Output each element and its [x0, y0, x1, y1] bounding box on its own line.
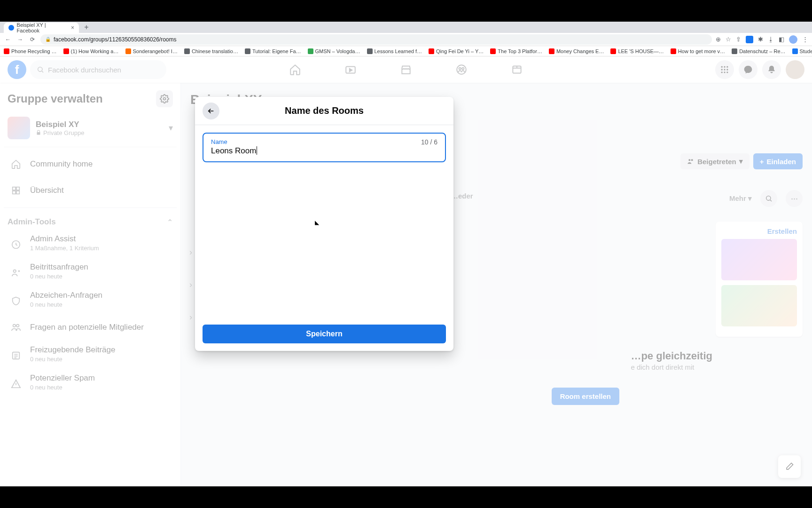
bookmark-favicon	[549, 48, 554, 54]
char-count: 10 / 6	[421, 138, 437, 146]
bookmark-label: Money Changes E…	[556, 48, 604, 54]
modal-header: Name des Rooms	[195, 97, 453, 125]
bookmark-item[interactable]: Money Changes E…	[549, 48, 604, 54]
extensions-icon[interactable]: ✱	[758, 36, 763, 43]
reload-icon[interactable]: ⟳	[28, 35, 37, 44]
bookmark-favicon	[367, 48, 373, 54]
bookmark-favicon	[308, 48, 313, 54]
bookmark-label: (1) How Working a…	[71, 48, 119, 54]
toolbar-right-icons: ⊕ ☆ ⇧ ✱ ⭳ ◧ ⋮	[716, 35, 808, 44]
bookmark-item[interactable]: LEE 'S HOUSE—…	[610, 48, 664, 54]
browser-tab-strip: Beispiel XY | Facebook × +	[0, 22, 812, 33]
close-icon[interactable]: ×	[71, 24, 74, 31]
bookmark-item[interactable]: GMSN – Vologda…	[308, 48, 360, 54]
bookmark-label: Lessons Learned f…	[375, 48, 422, 54]
text-cursor	[257, 146, 257, 155]
lock-icon: 🔒	[45, 37, 51, 42]
browser-tab[interactable]: Beispiel XY | Facebook ×	[4, 23, 79, 33]
bookmark-item[interactable]: How to get more v…	[671, 48, 725, 54]
facebook-favicon	[8, 25, 14, 31]
sidepanel-icon[interactable]: ◧	[779, 36, 784, 43]
bookmark-item[interactable]: Datenschutz – Re…	[732, 48, 785, 54]
forward-icon[interactable]: →	[16, 35, 24, 44]
bookmark-label: How to get more v…	[678, 48, 725, 54]
bookmark-favicon	[610, 48, 616, 54]
room-name-modal: Name des Rooms Name 10 / 6 Leons Room ◣ …	[195, 97, 453, 351]
extension-icon[interactable]	[746, 36, 753, 43]
bookmark-favicon	[245, 48, 250, 54]
modal-body: Name 10 / 6 Leons Room	[195, 125, 453, 317]
url-input[interactable]: 🔒 facebook.com/groups/1126350550836026/r…	[40, 34, 712, 45]
menu-icon[interactable]: ⋮	[802, 36, 808, 43]
back-button[interactable]	[203, 103, 219, 119]
bookmark-label: Datenschutz – Re…	[739, 48, 785, 54]
bookmarks-bar: Phone Recycling …(1) How Working a…Sonde…	[0, 46, 812, 56]
modal-title: Name des Rooms	[285, 105, 364, 116]
room-name-field[interactable]: Name 10 / 6 Leons Room	[203, 133, 446, 162]
bookmark-label: GMSN – Vologda…	[315, 48, 360, 54]
bookmark-item[interactable]: Student Wants an…	[792, 48, 812, 54]
url-text: facebook.com/groups/1126350550836026/roo…	[54, 36, 177, 43]
browser-toolbar: ← → ⟳ 🔒 facebook.com/groups/112635055083…	[0, 33, 812, 46]
facebook-app: f Facebook durchsuchen	[0, 56, 812, 486]
bookmark-item[interactable]: (1) How Working a…	[63, 48, 119, 54]
back-icon[interactable]: ←	[4, 35, 12, 44]
new-tab-button[interactable]: +	[82, 23, 91, 32]
bookmark-item[interactable]: Phone Recycling …	[4, 48, 57, 54]
profile-avatar-icon[interactable]	[789, 35, 797, 44]
bookmark-favicon	[732, 48, 737, 54]
field-label: Name	[211, 138, 437, 145]
bookmark-favicon	[792, 48, 798, 54]
room-name-value: Leons Room	[211, 146, 256, 156]
bookmark-label: Qing Fei De Yi – Y…	[436, 48, 484, 54]
bookmark-label: The Top 3 Platfor…	[498, 48, 542, 54]
browser-frame: Beispiel XY | Facebook × + ← → ⟳ 🔒 faceb…	[0, 22, 812, 486]
share-icon[interactable]: ⇧	[736, 36, 741, 43]
bookmark-label: Sonderangebot! I…	[133, 48, 178, 54]
tab-title: Beispiel XY | Facebook	[17, 22, 68, 33]
zoom-icon[interactable]: ⊕	[716, 36, 721, 43]
bookmark-favicon	[125, 48, 131, 54]
bookmark-item[interactable]: Sonderangebot! I…	[125, 48, 178, 54]
arrow-left-icon	[207, 107, 215, 115]
bookmark-favicon	[490, 48, 496, 54]
bookmark-label: Phone Recycling …	[11, 48, 57, 54]
bookmark-label: Student Wants an…	[800, 48, 812, 54]
bookmark-item[interactable]: Lessons Learned f…	[367, 48, 422, 54]
star-icon[interactable]: ☆	[726, 36, 731, 43]
bookmark-label: Tutorial: Eigene Fa…	[252, 48, 301, 54]
bookmark-item[interactable]: Tutorial: Eigene Fa…	[245, 48, 301, 54]
bookmark-item[interactable]: Qing Fei De Yi – Y…	[429, 48, 484, 54]
bookmark-item[interactable]: Chinese translatio…	[184, 48, 238, 54]
bookmark-favicon	[184, 48, 190, 54]
bookmark-favicon	[429, 48, 434, 54]
bookmark-label: LEE 'S HOUSE—…	[618, 48, 664, 54]
download-icon[interactable]: ⭳	[768, 36, 774, 43]
save-button[interactable]: Speichern	[203, 325, 446, 343]
bookmark-item[interactable]: The Top 3 Platfor…	[490, 48, 542, 54]
bookmark-label: Chinese translatio…	[192, 48, 238, 54]
bookmark-favicon	[671, 48, 676, 54]
bookmark-favicon	[63, 48, 69, 54]
modal-footer: Speichern	[195, 317, 453, 351]
bookmark-favicon	[4, 48, 9, 54]
